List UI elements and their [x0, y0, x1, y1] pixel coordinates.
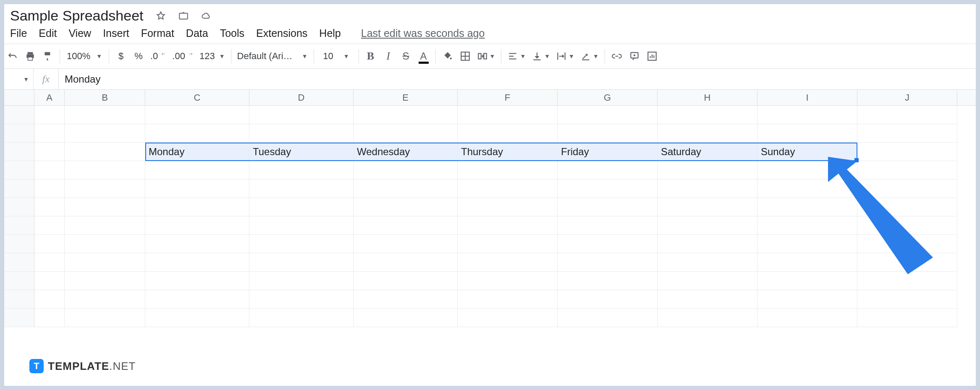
cell-A4[interactable]	[34, 161, 65, 179]
cell-A9[interactable]	[34, 253, 65, 272]
cell-H5[interactable]	[658, 179, 757, 198]
menu-edit[interactable]: Edit	[39, 27, 57, 39]
cell-G11[interactable]	[558, 290, 658, 309]
row-header[interactable]	[4, 124, 34, 143]
cell-I4[interactable]	[757, 161, 857, 179]
cell-I9[interactable]	[757, 253, 857, 272]
text-wrap-button[interactable]: ▼	[553, 47, 577, 65]
cell-G5[interactable]	[558, 179, 658, 198]
row-header[interactable]	[4, 309, 34, 327]
cell-J1[interactable]	[857, 106, 957, 124]
row-header[interactable]	[4, 161, 34, 179]
cell-J7[interactable]	[857, 216, 957, 235]
cell-F8[interactable]	[458, 235, 558, 253]
cell-B4[interactable]	[65, 161, 145, 179]
cell-H12[interactable]	[658, 309, 757, 327]
cell-J10[interactable]	[857, 272, 957, 290]
borders-button[interactable]	[457, 47, 474, 65]
cell-C2[interactable]	[145, 124, 249, 143]
row-header[interactable]	[4, 290, 34, 309]
cell-D4[interactable]	[249, 161, 354, 179]
document-title[interactable]: Sample Spreadsheet	[10, 8, 144, 24]
column-header-B[interactable]: B	[65, 90, 145, 105]
cell-E3[interactable]: Wednesday	[354, 143, 458, 161]
cell-D9[interactable]	[249, 253, 354, 272]
star-icon[interactable]	[155, 10, 166, 21]
cell-G10[interactable]	[558, 272, 658, 290]
cell-I8[interactable]	[757, 235, 857, 253]
cell-B6[interactable]	[65, 198, 145, 216]
cell-C4[interactable]	[145, 161, 249, 179]
cell-A8[interactable]	[34, 235, 65, 253]
row-header[interactable]	[4, 253, 34, 272]
cloud-status-icon[interactable]	[201, 10, 212, 21]
cell-J3[interactable]	[857, 143, 957, 161]
cell-C8[interactable]	[145, 235, 249, 253]
menu-data[interactable]: Data	[186, 27, 208, 39]
column-header-C[interactable]: C	[145, 90, 249, 105]
cell-E9[interactable]	[354, 253, 458, 272]
column-header-I[interactable]: I	[757, 90, 857, 105]
cell-G6[interactable]	[558, 198, 658, 216]
cell-G9[interactable]	[558, 253, 658, 272]
cell-D8[interactable]	[249, 235, 354, 253]
cell-J8[interactable]	[857, 235, 957, 253]
horizontal-align-button[interactable]: ▼	[505, 47, 528, 65]
cell-B11[interactable]	[65, 290, 145, 309]
number-format-dropdown[interactable]: 123▼	[197, 47, 228, 65]
cell-E10[interactable]	[354, 272, 458, 290]
cell-A10[interactable]	[34, 272, 65, 290]
cell-E2[interactable]	[354, 124, 458, 143]
cell-D2[interactable]	[249, 124, 354, 143]
cell-D10[interactable]	[249, 272, 354, 290]
cell-A5[interactable]	[34, 179, 65, 198]
cell-D7[interactable]	[249, 216, 354, 235]
fill-color-button[interactable]	[439, 47, 456, 65]
cell-F11[interactable]	[458, 290, 558, 309]
row-header[interactable]	[4, 179, 34, 198]
cell-C1[interactable]	[145, 106, 249, 124]
cell-C6[interactable]	[145, 198, 249, 216]
cell-D11[interactable]	[249, 290, 354, 309]
row-header[interactable]	[4, 106, 34, 124]
cell-I1[interactable]	[757, 106, 857, 124]
column-header-J[interactable]: J	[857, 90, 957, 105]
last-edit-link[interactable]: Last edit was seconds ago	[361, 27, 485, 39]
formula-input[interactable]: Monday	[59, 73, 976, 85]
font-size-dropdown[interactable]: 10▼	[317, 47, 355, 65]
cell-H9[interactable]	[658, 253, 757, 272]
cell-B9[interactable]	[65, 253, 145, 272]
row-header[interactable]	[4, 216, 34, 235]
print-button[interactable]	[22, 47, 39, 65]
cell-A3[interactable]	[34, 143, 65, 161]
cell-J11[interactable]	[857, 290, 957, 309]
menu-format[interactable]: Format	[141, 27, 174, 39]
cell-I3[interactable]: Sunday	[757, 143, 857, 161]
cell-C3[interactable]: Monday	[145, 143, 249, 161]
menu-view[interactable]: View	[68, 27, 91, 39]
cell-E5[interactable]	[354, 179, 458, 198]
cell-E7[interactable]	[354, 216, 458, 235]
cell-D12[interactable]	[249, 309, 354, 327]
cell-H6[interactable]	[658, 198, 757, 216]
cell-J5[interactable]	[857, 179, 957, 198]
merge-cells-button[interactable]: ▼	[474, 47, 498, 65]
cell-I5[interactable]	[757, 179, 857, 198]
cell-H2[interactable]	[658, 124, 757, 143]
cell-D3[interactable]: Tuesday	[249, 143, 354, 161]
cell-B3[interactable]	[65, 143, 145, 161]
text-rotation-button[interactable]: ▼	[578, 47, 601, 65]
vertical-align-button[interactable]: ▼	[529, 47, 553, 65]
cell-B2[interactable]	[65, 124, 145, 143]
column-header-D[interactable]: D	[249, 90, 354, 105]
cell-G8[interactable]	[558, 235, 658, 253]
cell-J2[interactable]	[857, 124, 957, 143]
cell-A6[interactable]	[34, 198, 65, 216]
cell-C9[interactable]	[145, 253, 249, 272]
cell-I11[interactable]	[757, 290, 857, 309]
increase-decimal-button[interactable]: .00→	[170, 47, 196, 65]
cell-E4[interactable]	[354, 161, 458, 179]
cell-G12[interactable]	[558, 309, 658, 327]
column-header-E[interactable]: E	[354, 90, 458, 105]
cell-B1[interactable]	[65, 106, 145, 124]
